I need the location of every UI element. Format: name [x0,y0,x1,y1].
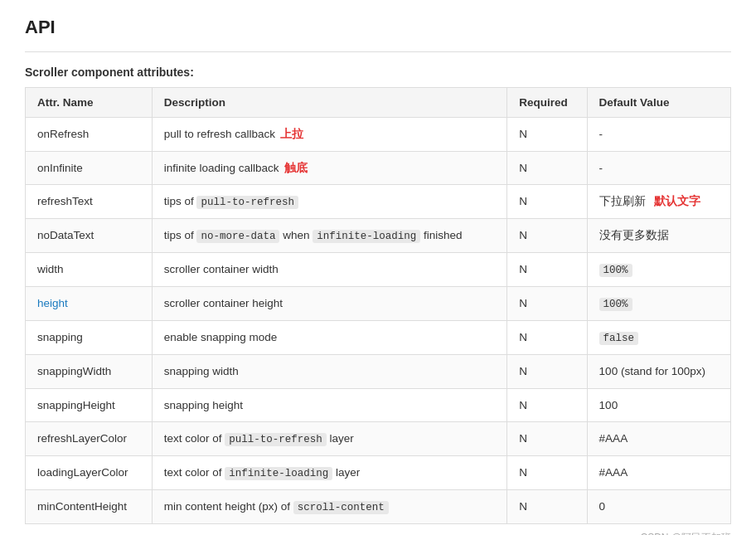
table-header-row: Attr. Name Description Required Default … [26,88,731,118]
table-row: minContentHeightmin content height (px) … [26,490,731,524]
attr-name-cell: snappingWidth [26,355,153,389]
table-row: refreshTexttips of pull-to-refreshN下拉刷新默… [26,185,731,219]
attr-name-text: snapping [37,331,83,343]
red-text: 触底 [284,162,308,174]
attr-name-cell: noDataText [26,219,153,253]
table-row: loadingLayerColortext color of infinite-… [26,456,731,490]
code-tag: scroll-content [293,501,389,514]
section-label: Scroller component attributes: [25,66,731,79]
code-tag: infinite-loading [225,467,332,480]
attr-name-cell: refreshLayerColor [26,422,153,456]
attr-name-cell: snappingHeight [26,388,153,422]
attr-name-text: onRefresh [37,128,89,140]
required-cell: N [507,253,587,287]
table-row: refreshLayerColortext color of pull-to-r… [26,422,731,456]
attr-name-cell: height [26,287,153,321]
divider [25,51,731,52]
required-cell: N [507,490,587,524]
default-value-cell: 100 [587,388,730,422]
description-cell: infinite loading callback触底 [152,151,507,185]
api-table: Attr. Name Description Required Default … [25,87,731,524]
required-cell: N [507,219,587,253]
code-tag: infinite-loading [313,230,420,243]
default-value-cell: 下拉刷新默认文字 [587,185,730,219]
attr-name-text: refreshText [37,195,93,207]
attr-name-cell: onInfinite [26,151,153,185]
attr-name-text: snappingHeight [37,399,115,411]
default-note: 默认文字 [654,195,700,207]
table-row: snappingWidthsnapping widthN100 (stand f… [26,355,731,389]
required-cell: N [507,185,587,219]
table-row: snappingHeightsnapping heightN100 [26,388,731,422]
default-value-cell: - [587,151,730,185]
default-value-cell: #AAA [587,456,730,490]
attr-name-cell: loadingLayerColor [26,456,153,490]
attr-name-text: noDataText [37,229,94,241]
default-value-cell: 100% [587,253,730,287]
description-cell: tips of pull-to-refresh [152,185,507,219]
default-value-cell: 100% [587,287,730,321]
attr-name-text: snappingWidth [37,365,111,377]
attr-name-text: onInfinite [37,162,83,174]
code-tag: no-more-data [196,230,279,243]
col-header-default: Default Value [587,88,730,118]
description-cell: snapping height [152,388,507,422]
default-code-tag: false [599,332,639,345]
required-cell: N [507,422,587,456]
default-value-cell: 100 (stand for 100px) [587,355,730,389]
red-text: 上拉 [280,128,303,140]
default-value-cell: 0 [587,490,730,524]
code-tag: pull-to-refresh [225,433,327,446]
required-cell: N [507,355,587,389]
default-value-cell: - [587,118,730,152]
col-header-attr-name: Attr. Name [26,88,153,118]
default-code-tag: 100% [599,298,632,311]
table-row: snappingenable snapping modeNfalse [26,321,731,355]
description-cell: tips of no-more-data when infinite-loadi… [152,219,507,253]
page-title: API [25,17,731,38]
table-row: noDataTexttips of no-more-data when infi… [26,219,731,253]
required-cell: N [507,388,587,422]
description-cell: min content height (px) of scroll-conten… [152,490,507,524]
required-cell: N [507,321,587,355]
description-cell: scroller container width [152,253,507,287]
attr-name-cell: width [26,253,153,287]
description-cell: text color of pull-to-refresh layer [152,422,507,456]
attr-name-text: refreshLayerColor [37,432,127,445]
description-cell: enable snapping mode [152,321,507,355]
attr-name-cell: minContentHeight [26,490,153,524]
attr-name-text: height [37,297,68,309]
attr-name-cell: onRefresh [26,118,153,152]
description-cell: text color of infinite-loading layer [152,456,507,490]
required-cell: N [507,118,587,152]
attr-name-text: width [37,263,64,275]
table-row: onInfiniteinfinite loading callback触底N- [26,151,731,185]
description-cell: snapping width [152,355,507,389]
table-row: onRefreshpull to refresh callback上拉N- [26,118,731,152]
watermark: CSDN @阿民不加班 [25,531,731,535]
default-code-tag: 100% [599,264,632,277]
default-value-cell: #AAA [587,422,730,456]
attr-name-text: loadingLayerColor [37,466,128,479]
attr-name-cell: refreshText [26,185,153,219]
attr-name-text: minContentHeight [37,500,127,513]
code-tag: pull-to-refresh [196,196,298,209]
attr-name-cell: snapping [26,321,153,355]
col-header-required: Required [507,88,587,118]
table-row: heightscroller container heightN100% [26,287,731,321]
table-row: widthscroller container widthN100% [26,253,731,287]
default-value-cell: false [587,321,730,355]
required-cell: N [507,287,587,321]
col-header-description: Description [152,88,507,118]
description-cell: scroller container height [152,287,507,321]
required-cell: N [507,456,587,490]
description-cell: pull to refresh callback上拉 [152,118,507,152]
default-value-cell: 没有更多数据 [587,219,730,253]
required-cell: N [507,151,587,185]
